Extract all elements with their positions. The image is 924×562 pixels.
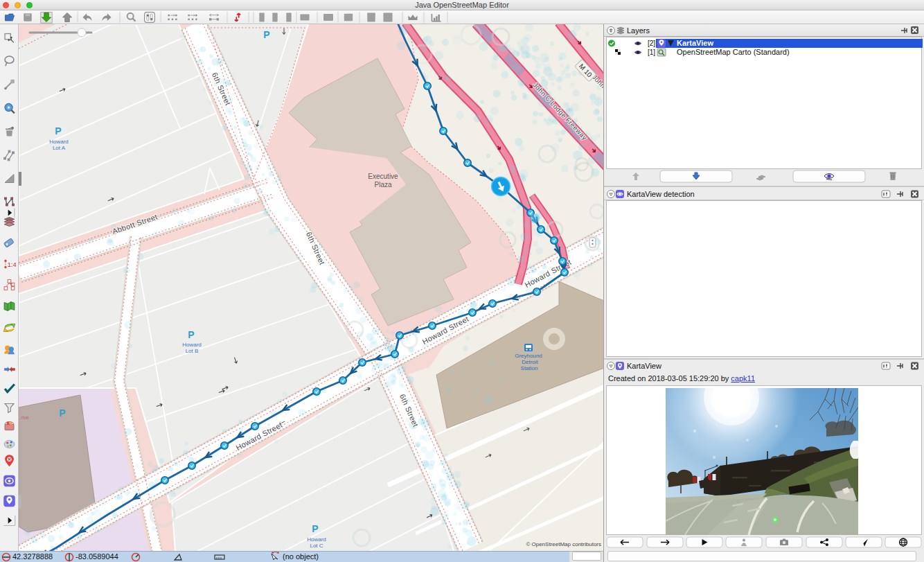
svg-text:Lot A: Lot A	[53, 145, 66, 151]
svg-text:Greyhound: Greyhound	[515, 353, 542, 359]
svg-text:P: P	[312, 523, 318, 534]
svg-text:P: P	[188, 329, 194, 340]
svg-text:P: P	[59, 407, 65, 419]
svg-text:...rive: ...rive	[19, 415, 29, 420]
svg-text:P: P	[55, 125, 61, 137]
svg-text:© OpenStreetMap contributors: © OpenStreetMap contributors	[526, 541, 601, 547]
svg-text:Howard: Howard	[49, 139, 69, 145]
svg-text:KartaView: KartaView	[677, 39, 713, 47]
svg-text:P: P	[263, 29, 269, 40]
svg-text:Detroit: Detroit	[522, 359, 538, 365]
svg-text:Lot C: Lot C	[310, 543, 323, 549]
svg-text:Executive: Executive	[368, 173, 398, 180]
svg-text:Plaza: Plaza	[374, 181, 391, 188]
svg-text:Lot B: Lot B	[186, 348, 199, 354]
svg-text:1:4: 1:4	[8, 261, 17, 268]
svg-text:OpenStreetMap Carto (Standard): OpenStreetMap Carto (Standard)	[677, 48, 790, 56]
svg-text:[1]: [1]	[648, 49, 655, 56]
svg-text:Howard: Howard	[182, 342, 202, 348]
svg-text:[2]: [2]	[648, 39, 655, 47]
svg-text:Station: Station	[521, 365, 538, 371]
svg-text:Howard: Howard	[307, 536, 326, 543]
